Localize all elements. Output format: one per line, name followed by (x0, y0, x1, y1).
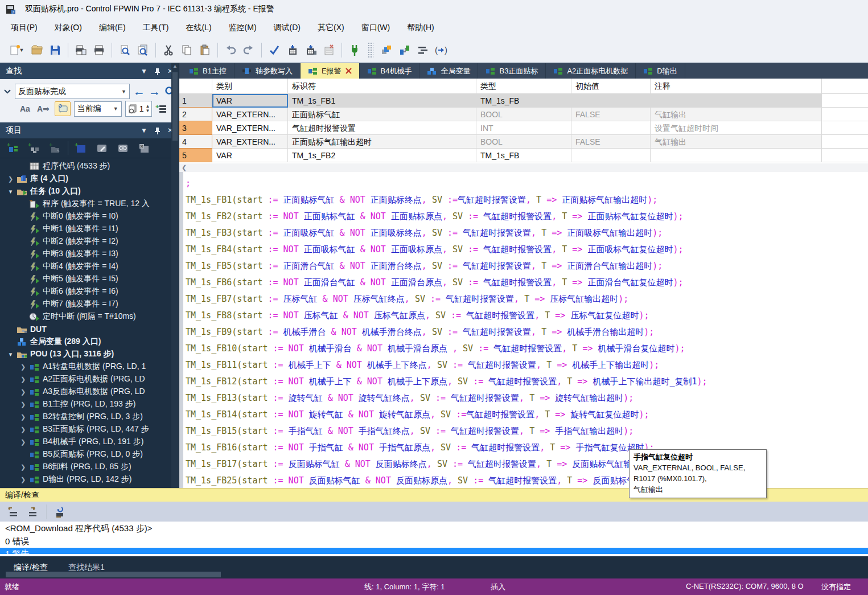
save-button[interactable] (47, 42, 64, 59)
menu-item-编辑E[interactable]: 编辑(E) (90, 19, 134, 37)
expander-collapsed-icon[interactable]: ❯ (18, 476, 28, 483)
step-in-button[interactable]: () (433, 42, 450, 59)
tree-item[interactable]: 中断0 (触发事件 = I0) (0, 210, 179, 223)
pin-icon[interactable] (154, 127, 161, 134)
undo-button[interactable] (222, 42, 239, 59)
table-cell[interactable]: VAR (212, 149, 288, 162)
table-cell[interactable] (571, 149, 651, 162)
add-task-button[interactable]: + (47, 139, 64, 157)
editor-tab-B3正面贴标[interactable]: B3正面贴标 (478, 63, 546, 79)
dropdown-arrow-icon[interactable]: ▼ (19, 47, 24, 53)
row-number[interactable]: 2 (179, 108, 212, 121)
code-line[interactable]: TM_1s_FB12(start := NOT 机械手上下 & NOT 机械手上… (186, 374, 868, 390)
column-header-类别[interactable]: 类别 (212, 79, 288, 94)
tree-item[interactable]: 程序 (触发事件 = TRUE, 12 入 (0, 198, 179, 210)
table-cell[interactable]: TM_1s_FB1 (288, 94, 476, 108)
scroll-left-icon[interactable]: ❮ (182, 164, 187, 171)
cascade-windows-button[interactable] (378, 42, 395, 59)
find-pages-button[interactable] (134, 42, 151, 59)
code-line[interactable]: TM_1s_FB2(start := NOT 正面贴标气缸 & NOT 正面贴标… (186, 208, 868, 225)
pin-icon[interactable] (154, 68, 161, 75)
online-toggle-button[interactable] (346, 42, 363, 59)
tree-item[interactable]: 全局变量 (289 入口) (0, 335, 179, 348)
table-cell[interactable] (651, 94, 822, 108)
table-cell[interactable]: 正面贴标气缸 (288, 108, 476, 121)
expander-collapsed-icon[interactable]: ❯ (18, 376, 28, 383)
redo-button[interactable] (240, 42, 257, 59)
dropdown-arrow-icon[interactable]: ▼ (113, 106, 118, 112)
column-header-注释[interactable]: 注释 (651, 79, 822, 94)
chevron-down-icon[interactable] (3, 89, 11, 95)
tree-item[interactable]: 程序代码 (4533 步) (0, 160, 179, 173)
tree-item[interactable]: 中断7 (触发事件 = I7) (0, 298, 179, 310)
menu-item-其它X[interactable]: 其它(X) (309, 19, 353, 37)
add-to-list-button[interactable]: + (155, 104, 167, 114)
bottom-scrollbar-thumb[interactable] (6, 572, 221, 577)
editor-tab-A2正面标电机数据[interactable]: A2正面标电机数据 (546, 63, 636, 79)
table-cell[interactable]: VAR_EXTERN... (212, 121, 288, 135)
print-button[interactable] (90, 42, 108, 59)
add-pou-button[interactable]: + (5, 139, 22, 157)
compile-warning-count[interactable]: 1 警告 (0, 548, 868, 554)
spin-down-icon[interactable]: ▼ (146, 109, 150, 113)
tree-item[interactable]: 中断5 (触发事件 = I5) (0, 273, 179, 285)
download-button[interactable] (284, 42, 301, 59)
print-preview-button[interactable] (72, 42, 89, 59)
compile-message[interactable]: <ROM_Download 程序代码 (4533 步)> (0, 522, 868, 535)
code-line[interactable]: TM_1s_FB14(start := NOT 旋转气缸 & NOT 旋转气缸原… (186, 407, 868, 423)
download-comments-button[interactable] (320, 42, 338, 59)
delete-item-button[interactable] (135, 139, 153, 157)
tree-item[interactable]: 定时中断 (间隔 = T#10ms) (0, 310, 179, 323)
add-dut-button[interactable]: + (26, 139, 43, 157)
occurrence-counter[interactable]: 1 ▲▼ (125, 101, 153, 117)
bottom-tab-编译/检查[interactable]: 编译/检查 (14, 563, 48, 573)
tree-item[interactable]: ❯B6卸料 (PRG, LD, 85 步) (0, 461, 179, 473)
row-number[interactable]: 5 (179, 149, 212, 162)
expander-collapsed-icon[interactable]: ❯ (18, 463, 28, 471)
code-editor[interactable]: ;TM_1s_FB1(start := 正面贴标气缸 & NOT 正面贴标终点,… (179, 172, 868, 491)
row-number[interactable]: 3 (179, 121, 212, 135)
rename-button[interactable] (93, 139, 110, 157)
menu-item-工具T[interactable]: 工具(T) (134, 19, 178, 37)
menu-item-帮助H[interactable]: 帮助(H) (398, 19, 442, 37)
expander-collapsed-icon[interactable]: ❯ (18, 363, 28, 371)
code-line[interactable]: TM_1s_FB7(start := 压标气缸 & NOT 压标气缸终点, SV… (186, 291, 868, 307)
copy-button[interactable] (178, 42, 195, 59)
list-button[interactable] (414, 42, 431, 59)
editor-tab-B1主控[interactable]: B1主控 (182, 63, 235, 79)
link-pou-button[interactable] (396, 42, 413, 59)
next-message-button[interactable] (24, 503, 41, 520)
find-next-button[interactable]: → (149, 85, 161, 97)
dropdown-arrow-icon[interactable]: ▼ (121, 89, 126, 95)
menu-item-在线L[interactable]: 在线(L) (177, 19, 220, 37)
tree-item[interactable]: ❯A2正面标电机数据 (PRG, LD (0, 373, 179, 385)
panel-menu-icon[interactable]: ▼ (141, 126, 147, 134)
table-cell[interactable] (571, 121, 651, 135)
tree-item[interactable]: 中断3 (触发事件 = I3) (0, 248, 179, 260)
search-input[interactable]: 反面贴标完成 ▼ (15, 84, 130, 99)
table-cell[interactable]: BOOL (476, 108, 571, 121)
table-cell[interactable]: 设置气缸超时时间 (651, 121, 822, 135)
tree-item[interactable]: ❯B2转盘控制 (PRG, LD, 3 步) (0, 411, 179, 423)
verify-button[interactable] (266, 42, 283, 59)
tree-item[interactable]: ❯A3反面标电机数据 (PRG, LD (0, 385, 179, 398)
tab-close-icon[interactable] (345, 68, 352, 74)
compile-error-count[interactable]: 0 错误 (0, 535, 868, 548)
toolbar-drag-handle[interactable] (368, 42, 373, 58)
menu-item-项目P[interactable]: 项目(P) (2, 19, 46, 37)
table-cell[interactable]: 气缸输出 (651, 135, 822, 149)
table-cell[interactable]: VAR_EXTERN... (212, 135, 288, 149)
code-line[interactable]: TM_1s_FB4(start := NOT 正面吸标气缸 & NOT 正面吸标… (186, 241, 868, 258)
find-page-button[interactable] (116, 42, 133, 59)
menu-item-调试D[interactable]: 调试(D) (265, 19, 309, 37)
row-number[interactable]: 4 (179, 135, 212, 149)
table-cell[interactable]: 气缸超时报警设置 (288, 121, 476, 135)
table-hscrollbar[interactable]: ❮ (179, 163, 868, 173)
code-line[interactable]: TM_1s_FB11(start := 机械手上下 & NOT 机械手上下终点,… (186, 357, 868, 374)
code-line[interactable]: TM_1s_FB3(start := 正面吸标气缸 & NOT 正面吸标终点, … (186, 225, 868, 241)
expander-expanded-icon[interactable]: ▾ (6, 188, 15, 195)
tree-item[interactable]: ❯B4机械手 (PRG, LD, 191 步) (0, 436, 179, 448)
table-cell[interactable]: TM_1s_FB (476, 149, 571, 162)
expander-collapsed-icon[interactable]: ❯ (18, 413, 28, 421)
search-scope-select[interactable]: 当前编 ▼ (74, 101, 122, 117)
